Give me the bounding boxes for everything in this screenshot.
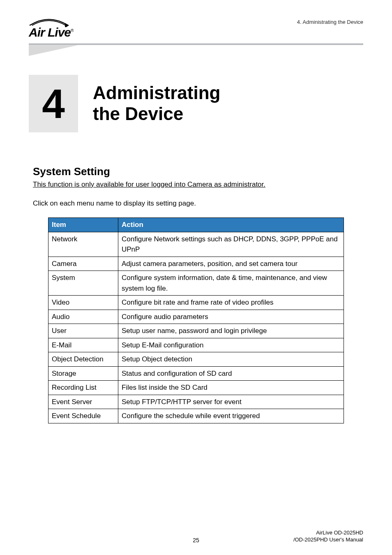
cell-action: Status and configuration of SD card bbox=[118, 366, 344, 381]
table-row: System Configure system information, dat… bbox=[48, 271, 344, 296]
cell-action: Setup E-Mail configuration bbox=[118, 338, 344, 352]
cell-item: Camera bbox=[48, 257, 118, 271]
chapter-number: 4 bbox=[42, 80, 65, 127]
logo: Air Live® bbox=[29, 16, 73, 39]
cell-action: Configure Network settings such as DHCP,… bbox=[118, 232, 344, 257]
chapter-title-line1: Administrating bbox=[93, 83, 220, 103]
chapter-header: 4 Administrating the Device bbox=[29, 75, 363, 132]
section-intro-plain: Click on each menu name to display its s… bbox=[33, 199, 363, 208]
breadcrumb: 4. Administrating the Device bbox=[297, 19, 363, 25]
cell-item: Audio bbox=[48, 310, 118, 324]
cell-item: User bbox=[48, 324, 118, 338]
table-row: E-Mail Setup E-Mail configuration bbox=[48, 338, 344, 352]
chapter-number-box: 4 bbox=[29, 75, 78, 132]
svg-marker-1 bbox=[29, 44, 363, 56]
settings-table: Item Action Network Configure Network se… bbox=[48, 217, 344, 423]
cell-item: Event Server bbox=[48, 395, 118, 409]
cell-item: Object Detection bbox=[48, 352, 118, 367]
table-row: Camera Adjust camera parameters, positio… bbox=[48, 257, 344, 271]
cell-action: Configure bit rate and frame rate of vid… bbox=[118, 296, 344, 310]
cell-action: Setup Object detection bbox=[118, 352, 344, 367]
cell-action: Setup FTP/TCP/HTTP server for event bbox=[118, 395, 344, 409]
footer-right: AirLive OD-2025HD /OD-2025PHD User's Man… bbox=[293, 529, 363, 543]
cell-item: Recording List bbox=[48, 381, 118, 395]
header-divider bbox=[29, 44, 363, 56]
svg-rect-2 bbox=[29, 44, 363, 44]
section-title: System Setting bbox=[33, 165, 363, 178]
table-head-item: Item bbox=[48, 218, 118, 232]
cell-item: System bbox=[48, 271, 118, 296]
cell-item: Storage bbox=[48, 366, 118, 381]
footer-right-line1: AirLive OD-2025HD bbox=[316, 530, 363, 536]
cell-action: Files list inside the SD Card bbox=[118, 381, 344, 395]
logo-text: Air Live® bbox=[29, 25, 73, 39]
table-header-row: Item Action bbox=[48, 218, 344, 232]
table-row: Video Configure bit rate and frame rate … bbox=[48, 296, 344, 310]
cell-item: E-Mail bbox=[48, 338, 118, 352]
table-row: Event Server Setup FTP/TCP/HTTP server f… bbox=[48, 395, 344, 409]
table-row: Recording List Files list inside the SD … bbox=[48, 381, 344, 395]
table-row: Storage Status and configuration of SD c… bbox=[48, 366, 344, 381]
table-row: Object Detection Setup Object detection bbox=[48, 352, 344, 367]
logo-text-main: Air Live bbox=[29, 25, 71, 39]
table-row: Network Configure Network settings such … bbox=[48, 232, 344, 257]
cell-action: Configure the schedule while event trigg… bbox=[118, 409, 344, 423]
cell-item: Video bbox=[48, 296, 118, 310]
page-root: Air Live® 4. Administrating the Device 4… bbox=[0, 0, 392, 555]
section-intro-underline: This function is only available for user… bbox=[33, 180, 363, 189]
cell-action: Configure audio parameters bbox=[118, 310, 344, 324]
footer-right-line2: /OD-2025PHD User's Manual bbox=[293, 536, 363, 543]
header-row: Air Live® 4. Administrating the Device bbox=[29, 16, 363, 39]
table-row: Event Schedule Configure the schedule wh… bbox=[48, 409, 344, 423]
cell-item: Event Schedule bbox=[48, 409, 118, 423]
cell-item: Network bbox=[48, 232, 118, 257]
table-row: User Setup user name, password and login… bbox=[48, 324, 344, 338]
page-footer: 25 AirLive OD-2025HD /OD-2025PHD User's … bbox=[0, 537, 392, 543]
cell-action: Configure system information, date & tim… bbox=[118, 271, 344, 296]
table-row: Audio Configure audio parameters bbox=[48, 310, 344, 324]
chapter-title-line2: the Device bbox=[93, 104, 183, 124]
cell-action: Adjust camera parameters, position, and … bbox=[118, 257, 344, 271]
chapter-title: Administrating the Device bbox=[93, 83, 220, 124]
cell-action: Setup user name, password and login priv… bbox=[118, 324, 344, 338]
logo-registered: ® bbox=[71, 28, 73, 33]
table-head-action: Action bbox=[118, 218, 344, 232]
